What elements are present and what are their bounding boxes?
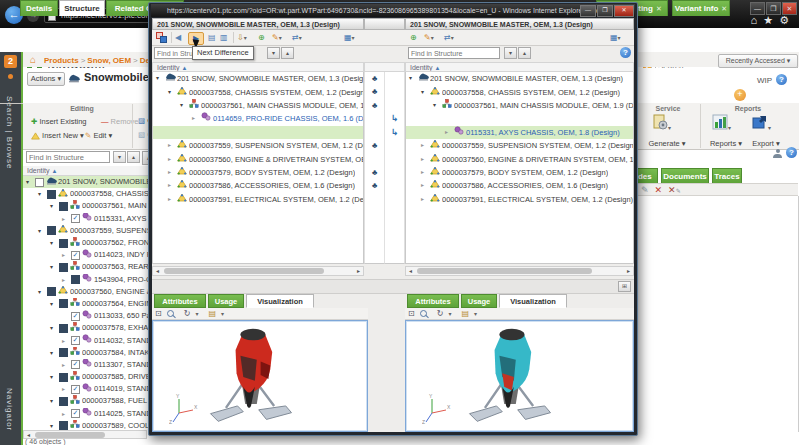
expand-icon[interactable]: ▸ [62,335,71,347]
generate-icon[interactable]: ▾ [652,114,671,132]
scroll-left-icon[interactable]: ◂ [406,267,415,275]
compare-structures-icon[interactable] [156,32,167,43]
scroll-thumb[interactable] [164,268,324,274]
tree-column-header[interactable]: Identity ▲ [405,62,634,72]
expand-icon[interactable]: ▾ [156,72,165,85]
expand-icon[interactable]: ▸ [62,213,71,225]
checkbox[interactable]: ✓ [71,360,80,369]
checkbox[interactable] [59,202,68,211]
find-previous-button[interactable]: ▴ [127,151,140,163]
checkbox[interactable] [59,239,68,248]
image-options-icon[interactable]: ▤▾ [208,309,229,318]
expand-icon[interactable]: ▸ [168,179,177,192]
scroll-thumb[interactable] [417,268,592,274]
checkbox[interactable]: ✓ [71,251,80,260]
checkbox[interactable] [35,178,44,187]
expand-icon[interactable]: ▾ [38,188,47,200]
checkbox[interactable]: ✓ [71,336,80,345]
tree-row[interactable]: ▾0000037561, MAIN CHASSIS MODULE, OEM, 1… [153,99,363,112]
zoom-icon[interactable] [167,309,179,318]
help-icon[interactable]: ? [776,74,787,85]
home-icon[interactable]: ⌂ [30,54,36,65]
expand-icon[interactable]: ▸ [168,193,177,206]
export-icon[interactable]: ▾ [752,114,771,132]
expand-icon[interactable]: ▾ [168,86,177,99]
zoom-icon[interactable] [420,309,432,318]
horizontal-scrollbar[interactable]: ◂ ▸ [405,266,634,276]
expand-icon[interactable]: ▸ [421,139,430,152]
expand-icon[interactable]: ▾ [421,86,430,99]
tree-row[interactable]: ▸0000037560, ENGINE & DRIVETRAIN SYSTEM,… [153,152,363,165]
right-view-columns-button[interactable]: ▦▾ [610,32,621,43]
insert-new-button[interactable]: Insert New ▾ [31,131,84,140]
edit-button[interactable]: ✎ Edit ▾ [85,131,112,140]
breadcrumb-link[interactable]: Snow, OEM [87,56,131,65]
expand-icon[interactable]: ▸ [62,249,71,261]
recently-accessed-dropdown[interactable]: Recently Accessed ▾ [718,54,798,68]
expand-icon[interactable]: ▾ [50,298,59,310]
replace-part-button[interactable]: ⇄▾ [292,32,302,43]
expand-icon[interactable]: ▸ [62,359,71,371]
3d-viewport-left[interactable]: Y X Z [152,320,368,432]
checkbox[interactable] [59,421,68,430]
tab-usage[interactable]: Usage [461,294,497,308]
tree-row[interactable]: ▸0114659, PRO-RIDE CHASSIS, OEM, 1.6 (De… [153,112,363,125]
add-tab-button[interactable]: + [734,89,746,101]
navigator-vertical-tab[interactable]: Navigator [5,388,14,431]
insert-part-button[interactable]: ⊕ [410,32,417,43]
expand-icon[interactable]: ▸ [62,408,71,420]
popup-close-button[interactable]: ✕ [614,5,634,17]
tools-gear-icon[interactable]: ⚙ [779,14,795,26]
popup-title[interactable]: https://icenterv01.ptc.com/?oid=OR:wt.pa… [151,4,635,17]
delete-icon[interactable]: ✕ [655,185,663,195]
checkbox[interactable] [71,275,80,284]
expand-icon[interactable]: ▸ [62,383,71,395]
search-browse-vertical-tab[interactable]: Search | Browse [5,96,14,170]
expand-icon[interactable]: ▸ [421,166,430,179]
replace-part-button[interactable]: ⇄▾ [444,32,454,43]
find-previous-button[interactable]: ▴ [518,47,531,59]
scroll-right-icon[interactable]: ▸ [354,267,363,275]
generate-button[interactable]: Generate ▾ [636,139,698,148]
expand-icon[interactable]: ▾ [50,237,59,249]
tree-row[interactable]: ▸0000037560, ENGINE & DRIVETRAIN SYSTEM,… [406,152,633,165]
popup-maximize-button[interactable]: ❐ [597,5,613,17]
expand-icon[interactable]: ▸ [445,126,454,139]
expand-icon[interactable]: ▾ [50,347,59,359]
tab-structure[interactable]: Structure [59,0,105,16]
edit-icon[interactable]: ✎ [641,185,649,195]
zoom-window-icon[interactable]: ⊡ [408,309,415,318]
expand-icon[interactable]: ▸ [421,193,430,206]
tree-row[interactable] [406,112,633,125]
insert-part-button[interactable]: ⊕ [258,32,265,43]
find-next-button[interactable]: ▾ [267,47,280,59]
checkbox[interactable] [59,373,68,382]
swap-pane-icon[interactable]: ▥ [220,32,228,43]
find-in-structure-input[interactable] [26,151,110,163]
tree-row[interactable]: ▾0000037558, CHASSIS SYSTEM, OEM, 1.2 (D… [153,85,363,98]
split-pane-icon[interactable]: ▤ [208,32,216,43]
tab-traces[interactable]: Traces [712,168,742,183]
tree-row[interactable]: ▾0000037561, MAIN CHASSIS MODULE, OEM, 1… [406,99,633,112]
export-list-button[interactable]: ⇩▾ [237,32,247,43]
edit-part-button[interactable]: ✎▾ [272,32,282,43]
home-icon[interactable]: ⌂ [751,14,764,26]
expand-icon[interactable]: ▾ [38,286,47,298]
tree-column-header[interactable]: Identity ▲ [23,166,152,176]
tab-usage[interactable]: Usage [208,294,244,308]
close-tab-icon[interactable]: ✕ [718,5,727,12]
tree-row[interactable]: ▾201 SNOW, SNOWMOBILE MASTER, OEM, 1.3 (… [153,72,363,85]
checkbox[interactable] [47,287,56,296]
checkbox[interactable] [59,397,68,406]
checkbox[interactable]: ✓ [71,214,80,223]
snowmobile-3d-model[interactable] [450,323,570,433]
checkbox[interactable] [59,348,68,357]
find-next-button[interactable]: ▾ [113,151,126,163]
expand-icon[interactable]: ▾ [26,176,35,188]
help-icon[interactable]: ? [786,147,797,158]
tab-details[interactable]: Details [20,0,58,16]
tab-attributes[interactable]: Attributes [407,294,459,308]
checkbox[interactable] [59,263,68,272]
actions-button[interactable]: Actions ▾ [27,72,65,86]
expand-icon[interactable]: ▾ [50,395,59,407]
